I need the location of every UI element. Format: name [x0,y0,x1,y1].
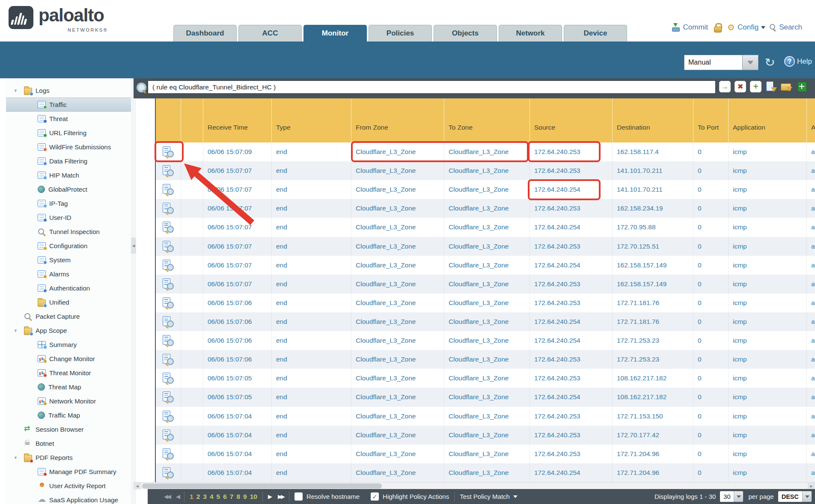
destination-cell[interactable]: 141.101.70.211 [613,180,693,199]
source-cell[interactable]: 172.64.240.253 [530,426,613,445]
to-zone-cell[interactable]: Cloudflare_L3_Zone [444,275,530,294]
from-zone-cell[interactable]: Cloudflare_L3_Zone [351,312,444,331]
application-cell[interactable]: icmp [729,218,807,237]
type-cell[interactable]: end [272,331,351,350]
action-cell[interactable]: a [807,237,815,256]
sidebar-item-user-activity-report[interactable]: User Activity Report [6,479,131,493]
action-cell[interactable]: a [807,161,815,180]
resolve-hostname-toggle[interactable]: Resolve hostname [294,492,360,501]
tab-objects[interactable]: Objects [434,25,497,42]
to-port-cell[interactable]: 0 [693,388,729,406]
to-port-cell[interactable]: 0 [693,180,729,199]
to-zone-cell[interactable]: Cloudflare_L3_Zone [444,445,530,463]
tab-dashboard[interactable]: Dashboard [173,25,237,42]
destination-cell[interactable]: 172.70.95.88 [613,218,693,237]
application-cell[interactable]: icmp [729,256,807,275]
to-port-cell[interactable]: 0 [693,256,729,275]
destination-cell[interactable]: 172.71.181.76 [613,312,693,331]
destination-cell[interactable]: 172.70.177.42 [613,426,693,445]
resolve-hostname-checkbox[interactable] [294,492,303,501]
saved-filters-icon[interactable] [781,81,792,92]
help-button[interactable]: ? Help [784,56,812,67]
type-cell[interactable]: end [272,275,351,294]
action-cell[interactable]: a [807,199,815,218]
page-number-6[interactable]: 6 [223,493,227,501]
source-cell[interactable]: 172.64.240.254 [530,218,613,237]
from-zone-cell[interactable]: Cloudflare_L3_Zone [351,407,444,426]
type-cell[interactable]: end [272,294,351,312]
source-cell[interactable]: 172.64.240.254 [530,180,613,199]
action-cell[interactable]: a [807,142,815,161]
source-cell[interactable]: 172.64.240.253 [530,161,613,180]
application-cell[interactable]: icmp [729,369,807,388]
to-port-cell[interactable]: 0 [693,161,729,180]
commit-button[interactable]: Commit [671,23,708,32]
from-zone-cell[interactable]: Cloudflare_L3_Zone [351,142,444,161]
action-cell[interactable]: a [807,312,815,331]
sidebar-item-authentication[interactable]: Authentication [6,281,131,295]
log-detail-icon[interactable] [162,165,175,176]
source-cell[interactable]: 172.64.240.253 [530,199,613,218]
action-cell[interactable]: a [807,426,815,445]
page-number-2[interactable]: 2 [196,493,200,501]
log-detail-icon[interactable] [162,146,175,157]
action-cell[interactable]: a [807,407,815,426]
to-zone-cell[interactable]: Cloudflare_L3_Zone [444,388,530,406]
next-page-icon[interactable]: ▶ [268,493,271,500]
from-zone-cell[interactable]: Cloudflare_L3_Zone [351,161,444,180]
type-cell[interactable]: end [272,199,351,218]
to-port-cell[interactable]: 0 [693,463,729,482]
log-detail-icon[interactable] [162,448,175,460]
to-port-cell[interactable]: 0 [693,199,729,218]
to-port-cell[interactable]: 0 [693,142,729,161]
sidebar-item-threat-monitor[interactable]: Threat Monitor [6,366,131,380]
to-zone-cell[interactable]: Cloudflare_L3_Zone [444,294,530,312]
action-cell[interactable]: a [807,180,815,199]
source-cell[interactable]: 172.64.240.254 [530,256,613,275]
type-cell[interactable]: end [272,256,351,275]
to-port-cell[interactable]: 0 [693,294,729,312]
source-cell[interactable]: 172.64.240.253 [530,237,613,256]
expander-icon[interactable]: ▼ [14,456,24,460]
application-cell[interactable]: icmp [729,426,807,445]
from-zone-cell[interactable]: Cloudflare_L3_Zone [351,445,444,463]
log-detail-icon[interactable] [162,260,175,271]
application-cell[interactable]: icmp [729,142,807,161]
destination-cell[interactable]: 162.158.117.4 [613,142,693,161]
sidebar-item-network-monitor[interactable]: Network Monitor [6,394,131,408]
page-number-5[interactable]: 5 [217,493,220,501]
type-cell[interactable]: end [272,142,351,161]
to-zone-cell[interactable]: Cloudflare_L3_Zone [444,237,530,256]
sort-order-dropdown-arrow[interactable] [802,491,812,502]
from-zone-cell[interactable]: Cloudflare_L3_Zone [351,331,444,350]
tab-policies[interactable]: Policies [369,25,432,42]
type-cell[interactable]: end [272,369,351,388]
application-cell[interactable]: icmp [729,237,807,256]
from-zone-cell[interactable]: Cloudflare_L3_Zone [351,350,444,369]
source-cell[interactable]: 172.64.240.253 [530,275,613,294]
destination-cell[interactable]: 108.162.217.182 [613,369,693,388]
type-cell[interactable]: end [272,463,351,482]
action-cell[interactable]: a [807,445,815,463]
export-logs-icon[interactable] [796,81,808,92]
highlight-policy-toggle[interactable]: ✓ Highlight Policy Actions [371,492,449,501]
to-zone-cell[interactable]: Cloudflare_L3_Zone [444,312,530,331]
filter-builder-icon[interactable] [765,81,777,92]
type-cell[interactable]: end [272,350,351,369]
expander-icon[interactable]: ▼ [14,329,24,333]
application-cell[interactable]: icmp [729,199,807,218]
from-zone-cell[interactable]: Cloudflare_L3_Zone [351,388,444,406]
column-header-application[interactable]: Application [729,98,807,142]
scrollbar-thumb[interactable] [142,483,382,489]
log-detail-icon[interactable] [162,430,175,441]
page-number-3[interactable]: 3 [203,493,207,501]
log-detail-icon[interactable] [162,316,175,327]
application-cell[interactable]: icmp [729,463,807,482]
destination-cell[interactable]: 162.158.157.149 [613,275,693,294]
sidebar-item-botnet[interactable]: Botnet [6,436,131,451]
destination-cell[interactable]: 162.158.234.19 [613,199,693,218]
log-detail-icon[interactable] [162,335,175,346]
from-zone-cell[interactable]: Cloudflare_L3_Zone [351,463,444,482]
log-detail-icon[interactable] [162,279,175,290]
log-detail-icon[interactable] [162,411,175,422]
